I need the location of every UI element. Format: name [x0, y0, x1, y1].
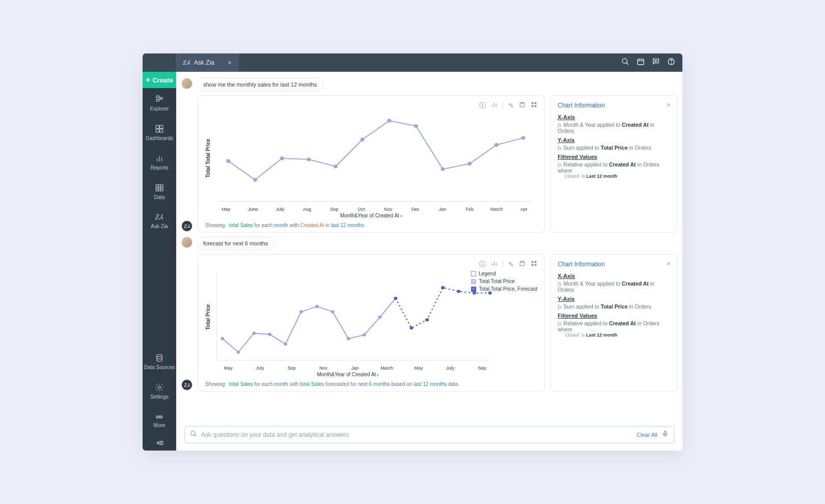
svg-point-71 [252, 332, 256, 335]
svg-rect-10 [156, 96, 159, 98]
nav-bottom: Data Sources Settings More [143, 347, 176, 435]
svg-point-87 [488, 291, 492, 294]
svg-point-77 [347, 337, 350, 340]
chart-info-panel-2: × Chart Information X-Axis fxMonth & Yea… [550, 254, 677, 391]
chart-type-icon[interactable] [491, 101, 498, 109]
info-icon[interactable]: ⓘ [479, 260, 486, 269]
svg-rect-39 [520, 102, 525, 107]
zia-icon: Z⅄ [155, 213, 164, 221]
svg-line-1 [626, 63, 628, 65]
svg-point-54 [441, 167, 445, 171]
save-icon[interactable] [519, 101, 526, 109]
chat-scroll[interactable]: show me the monthly sales for last 12 mo… [176, 72, 682, 422]
chart-type-icon[interactable] [491, 260, 498, 268]
sidebar-item-explorer[interactable]: Explorer [143, 88, 176, 118]
svg-point-28 [158, 386, 161, 388]
svg-rect-62 [521, 261, 523, 263]
edit-icon[interactable]: ✎ [508, 261, 514, 268]
svg-point-0 [622, 59, 627, 63]
create-button[interactable]: + Create [143, 72, 176, 88]
svg-rect-22 [156, 185, 163, 191]
zia-logo-icon: Z⅄ [183, 59, 190, 67]
svg-rect-42 [535, 102, 537, 104]
mic-icon[interactable] [662, 430, 669, 440]
svg-point-83 [425, 318, 429, 321]
sidebar-item-data-sources[interactable]: Data Sources [143, 347, 176, 376]
svg-point-46 [226, 159, 230, 163]
svg-point-70 [236, 350, 240, 353]
svg-point-49 [307, 157, 311, 161]
topbar-actions [621, 58, 682, 68]
topbar: Z⅄ Ask Zia × [143, 53, 682, 72]
svg-point-53 [414, 124, 418, 128]
tab-title: Ask Zia [194, 59, 214, 66]
info-title: Chart Information [558, 261, 670, 268]
x-axis-label[interactable]: Month&Year of Created At▾ [205, 372, 491, 377]
collapse-sidebar-icon[interactable] [143, 435, 176, 451]
svg-rect-18 [160, 129, 163, 132]
svg-rect-64 [535, 261, 537, 263]
tab-ask-zia[interactable]: Z⅄ Ask Zia × [176, 53, 239, 72]
chart-card-2: ⓘ ✎ ✓Legend ✓Total Total Price ✓Total [198, 254, 545, 391]
svg-rect-61 [520, 261, 525, 266]
svg-rect-17 [156, 129, 159, 132]
edit-icon[interactable]: ✎ [508, 102, 514, 109]
user-bubble: show me the monthly sales for last 12 mo… [197, 78, 323, 91]
zia-response-2: Z⅄ ⓘ ✎ ✓Legend [181, 254, 677, 391]
composer-box[interactable]: Clear All [184, 426, 674, 443]
save-icon[interactable] [519, 260, 526, 268]
sidebar-item-dashboards[interactable]: Dashboards [143, 118, 176, 147]
sidebar-item-ask-zia[interactable]: Z⅄ Ask Zia [143, 206, 176, 236]
svg-point-88 [191, 431, 195, 435]
x-ticks-2: MayJulySep NovJanMarch MayJulySep [212, 366, 498, 371]
clear-all-button[interactable]: Clear All [637, 432, 657, 438]
close-icon[interactable]: × [228, 59, 232, 67]
user-avatar [181, 78, 193, 89]
svg-rect-63 [532, 261, 534, 263]
zia-response-1: Z⅄ ⓘ ✎ Total To [181, 95, 677, 233]
svg-point-47 [253, 178, 257, 182]
svg-point-30 [157, 416, 158, 417]
search-icon[interactable] [621, 58, 629, 68]
x-axis-label[interactable]: Month&Year of Created At▾ [205, 213, 537, 218]
create-label: Create [152, 76, 173, 84]
user-bubble: forecast for next 6 months [197, 237, 274, 250]
svg-point-85 [457, 290, 460, 293]
svg-rect-44 [535, 105, 537, 107]
showing-line-2: Showing: total Sales for each month with… [205, 381, 537, 387]
svg-point-50 [334, 164, 338, 168]
svg-point-78 [363, 333, 366, 337]
question-input[interactable] [201, 431, 632, 438]
grid-icon[interactable] [531, 260, 537, 268]
sidebar-item-data[interactable]: Data [143, 177, 176, 206]
chart-toolbar: ⓘ ✎ [205, 260, 537, 269]
close-icon[interactable]: × [667, 101, 671, 109]
svg-rect-2 [638, 59, 644, 65]
help-icon[interactable] [667, 58, 675, 68]
svg-point-74 [299, 310, 303, 313]
chart-card-1: ⓘ ✎ Total Total Price [198, 95, 545, 233]
sidebar-item-reports[interactable]: Reports [143, 147, 176, 177]
chat-icon[interactable] [652, 58, 660, 68]
user-message-1: show me the monthly sales for last 12 mo… [181, 78, 677, 91]
svg-point-75 [315, 305, 319, 308]
calendar-icon[interactable] [637, 58, 645, 68]
info-icon[interactable]: ⓘ [479, 101, 486, 110]
svg-point-57 [521, 136, 526, 139]
search-icon [190, 430, 197, 439]
close-icon[interactable]: × [667, 260, 671, 268]
svg-point-27 [157, 354, 162, 357]
info-title: Chart Information [558, 102, 670, 109]
user-message-2: forecast for next 6 months [181, 237, 677, 250]
sidebar-item-settings[interactable]: Settings [143, 376, 176, 406]
svg-line-89 [195, 435, 197, 437]
svg-point-48 [280, 156, 284, 160]
plus-icon: + [146, 75, 150, 85]
zia-avatar: Z⅄ [181, 379, 193, 390]
svg-rect-66 [535, 264, 537, 266]
user-avatar [181, 237, 193, 248]
svg-point-79 [378, 316, 382, 319]
sidebar-item-more[interactable]: More [143, 406, 176, 435]
svg-point-56 [494, 143, 499, 147]
grid-icon[interactable] [531, 101, 537, 109]
